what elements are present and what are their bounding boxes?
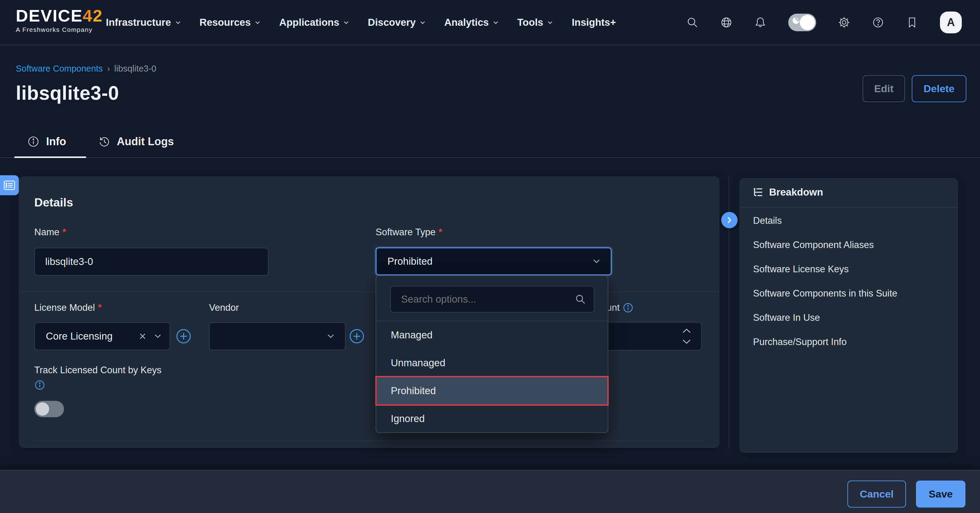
breakdown-item-license-keys[interactable]: Software License Keys <box>740 257 958 281</box>
form-row-divider <box>19 291 719 292</box>
chevron-down-icon <box>343 19 350 26</box>
vendor-label: Vendor <box>209 302 239 313</box>
help-icon[interactable] <box>872 16 884 29</box>
option-unmanaged[interactable]: Unmanaged <box>376 349 608 377</box>
history-clock-icon <box>98 135 110 148</box>
toggle-knob <box>800 15 815 30</box>
chevron-down-icon <box>419 19 426 26</box>
card-bottom-divider <box>34 440 704 441</box>
breakdown-list: Details Software Component Aliases Softw… <box>740 209 958 354</box>
user-avatar[interactable]: A <box>940 11 962 33</box>
edit-button[interactable]: Edit <box>862 75 905 102</box>
cancel-button[interactable]: Cancel <box>847 481 906 508</box>
chevron-down-icon <box>591 256 601 267</box>
info-circle-icon <box>27 135 40 148</box>
main-nav: Infrastructure Resources Applications Di… <box>106 0 616 44</box>
nav-analytics[interactable]: Analytics <box>444 17 499 28</box>
chevron-down-icon <box>547 19 554 26</box>
breadcrumb-separator: › <box>107 64 110 74</box>
license-model-label: License Model* <box>34 302 102 313</box>
software-type-label: Software Type* <box>375 227 442 238</box>
stepper-up-icon[interactable] <box>681 327 692 335</box>
option-managed[interactable]: Managed <box>376 321 608 349</box>
track-keys-label: Track Licensed Count by Keys <box>34 365 161 376</box>
vendor-select[interactable] <box>209 322 345 350</box>
active-tab-underline <box>14 156 86 158</box>
search-icon[interactable] <box>686 16 698 29</box>
name-input[interactable] <box>34 248 269 276</box>
info-icon[interactable] <box>34 380 45 391</box>
nav-infrastructure[interactable]: Infrastructure <box>106 17 181 28</box>
software-type-dropdown-menu: Managed Unmanaged Prohibited Ignored <box>375 275 608 433</box>
brand-wordmark: DEVICE42 <box>16 7 103 25</box>
breadcrumb-parent-link[interactable]: Software Components <box>16 64 103 74</box>
breakdown-item-components-suite[interactable]: Software Components in this Suite <box>740 281 958 306</box>
add-vendor-button[interactable] <box>349 328 365 344</box>
dropdown-search-input[interactable] <box>390 286 594 313</box>
section-list-flyout-button[interactable] <box>0 175 19 195</box>
chevron-down-icon <box>153 331 163 341</box>
chevron-down-icon <box>175 19 181 26</box>
gear-icon[interactable] <box>838 16 850 29</box>
breakdown-header: Breakdown <box>752 186 823 198</box>
software-type-select[interactable]: Prohibited <box>375 248 612 275</box>
notifications-bell-icon[interactable] <box>754 16 767 29</box>
tree-list-icon <box>752 186 764 198</box>
search-icon <box>575 294 586 305</box>
tab-audit-logs[interactable]: Audit Logs <box>98 135 174 148</box>
brand-number: 42 <box>83 6 103 25</box>
breakdown-item-aliases[interactable]: Software Component Aliases <box>740 233 958 257</box>
dark-mode-toggle[interactable] <box>788 14 816 31</box>
delete-button[interactable]: Delete <box>912 75 966 102</box>
device42-software-component-page: DEVICE42 A Freshworks Company Infrastruc… <box>0 0 980 513</box>
breadcrumb-current: libsqlite3-0 <box>115 64 157 74</box>
moon-sparkles-icon <box>791 16 801 26</box>
action-footer: Cancel Save <box>0 470 980 513</box>
save-button[interactable]: Save <box>916 481 966 508</box>
brand-tagline: A Freshworks Company <box>16 26 103 33</box>
top-navigation-bar: DEVICE42 A Freshworks Company Infrastruc… <box>0 0 980 45</box>
toggle-knob <box>36 402 49 416</box>
brand-logo[interactable]: DEVICE42 A Freshworks Company <box>16 7 103 33</box>
tab-info[interactable]: Info <box>27 135 66 148</box>
details-heading: Details <box>34 196 73 209</box>
collapse-panel-button[interactable] <box>721 212 738 228</box>
info-icon[interactable] <box>623 302 633 313</box>
breadcrumb: Software Components › libsqlite3-0 <box>16 64 156 74</box>
breakdown-item-details[interactable]: Details <box>740 209 958 233</box>
license-model-select[interactable]: Core Licensing <box>34 322 170 350</box>
dropdown-search <box>390 286 594 313</box>
chevron-down-icon <box>326 331 336 341</box>
option-prohibited-highlighted[interactable]: Prohibited <box>376 377 608 405</box>
track-keys-toggle[interactable] <box>34 401 64 417</box>
tabs-divider <box>0 157 980 158</box>
page-title: libsqlite3-0 <box>16 82 119 104</box>
globe-icon[interactable] <box>720 16 732 29</box>
list-panel-icon <box>3 180 16 191</box>
clear-x-icon[interactable] <box>138 332 147 341</box>
option-ignored[interactable]: Ignored <box>376 405 608 433</box>
chevron-down-icon <box>492 19 499 26</box>
bookmark-icon[interactable] <box>906 16 918 29</box>
breakdown-divider <box>740 207 958 208</box>
chevron-right-icon <box>725 216 733 224</box>
add-license-model-button[interactable] <box>176 328 191 344</box>
nav-tools[interactable]: Tools <box>517 17 554 28</box>
nav-resources[interactable]: Resources <box>200 17 261 28</box>
nav-insights-plus[interactable]: Insights+ <box>572 17 616 28</box>
breakdown-panel: Breakdown Details Software Component Ali… <box>740 178 958 453</box>
breakdown-item-purchase-support[interactable]: Purchase/Support Info <box>740 330 958 354</box>
top-bar-icons: A <box>686 0 962 44</box>
chevron-down-icon <box>254 19 261 26</box>
breakdown-item-software-in-use[interactable]: Software In Use <box>740 306 958 330</box>
nav-applications[interactable]: Applications <box>279 17 350 28</box>
nav-discovery[interactable]: Discovery <box>368 17 426 28</box>
stepper-down-icon[interactable] <box>681 338 692 346</box>
brand-name: DEVICE <box>16 6 83 25</box>
name-label: Name* <box>34 227 66 238</box>
